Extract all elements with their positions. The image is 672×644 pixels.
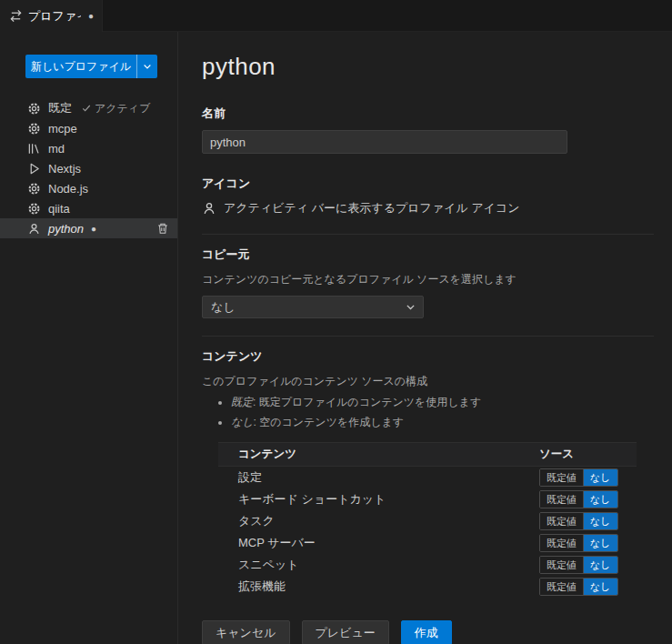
account-icon xyxy=(27,222,41,236)
gear-icon xyxy=(27,122,41,136)
bullet-item: 既定: 既定プロファイルのコンテンツを使用します xyxy=(231,395,654,410)
tab-profiles[interactable]: プロファイル ● xyxy=(0,0,103,32)
source-toggle: 既定値 なし xyxy=(539,578,618,596)
new-profile-dropdown-button[interactable] xyxy=(136,55,157,78)
preview-button[interactable]: プレビュー xyxy=(302,620,389,644)
table-row-keybindings: キーボード ショートカット 既定値 なし xyxy=(218,488,637,510)
section-divider xyxy=(202,336,654,337)
bullet-term: 既定 xyxy=(231,396,253,408)
icon-hint-text: アクティビティ バーに表示するプロファイル アイコン xyxy=(224,200,520,216)
source-cell: 既定値 なし xyxy=(539,468,637,487)
contents-table: コンテンツ ソース 設定 既定値 なし キーボード ショートカット xyxy=(218,442,637,598)
chevron-down-icon xyxy=(405,301,416,313)
profiles-sidebar: 新しいプロファイル 既定 アクティブ mcpe xyxy=(0,32,178,644)
account-icon xyxy=(202,201,216,216)
profile-item-qiita[interactable]: qiita xyxy=(0,198,177,218)
gear-icon xyxy=(27,102,41,116)
contents-heading: コンテンツ xyxy=(202,348,654,365)
source-toggle: 既定値 なし xyxy=(539,556,618,574)
cancel-button[interactable]: キャンセル xyxy=(202,620,290,644)
profile-icon-picker[interactable]: アクティビティ バーに表示するプロファイル アイコン xyxy=(202,200,654,216)
profile-item-md[interactable]: md xyxy=(0,138,177,158)
profile-name: 既定 xyxy=(48,100,72,116)
source-cell: 既定値 なし xyxy=(539,512,637,530)
copy-from-description: コンテンツのコピー元となるプロファイル ソースを選択します xyxy=(202,272,654,287)
dirty-indicator[interactable]: ● xyxy=(88,11,94,21)
source-option-default[interactable]: 既定値 xyxy=(540,491,583,508)
table-row-settings: 設定 既定値 なし xyxy=(218,467,637,488)
bullet-text: : 既定プロファイルのコンテンツを使用します xyxy=(253,396,481,408)
copy-from-selected-value: なし xyxy=(211,299,236,316)
section-divider xyxy=(202,234,654,235)
source-column-header: ソース xyxy=(539,447,637,462)
profile-item-mcpe[interactable]: mcpe xyxy=(0,118,177,138)
profile-item-python[interactable]: python ● xyxy=(0,218,177,238)
table-row-tasks: タスク 既定値 なし xyxy=(218,510,637,532)
source-option-none[interactable]: なし xyxy=(583,557,617,573)
trash-icon xyxy=(156,222,169,235)
table-row-mcp-servers: MCP サーバー 既定値 なし xyxy=(218,532,637,554)
profile-item-nextjs[interactable]: Nextjs xyxy=(0,158,177,178)
source-toggle: 既定値 なし xyxy=(539,534,618,552)
name-label: 名前 xyxy=(202,106,654,122)
source-option-default[interactable]: 既定値 xyxy=(540,469,583,486)
library-icon xyxy=(27,142,41,156)
run-icon xyxy=(27,162,41,176)
active-badge-label: アクティブ xyxy=(95,101,150,116)
source-toggle: 既定値 なし xyxy=(539,490,618,508)
profile-name-input[interactable] xyxy=(202,130,567,154)
create-button[interactable]: 作成 xyxy=(401,620,452,644)
profile-editor: python 名前 アイコン アクティビティ バーに表示するプロファイル アイコ… xyxy=(178,32,672,644)
source-option-default[interactable]: 既定値 xyxy=(540,557,583,573)
profiles-icon xyxy=(9,9,23,23)
profile-name: Nextjs xyxy=(48,162,81,176)
chevron-down-icon xyxy=(142,61,153,72)
copy-from-select[interactable]: なし xyxy=(202,296,424,318)
source-option-default[interactable]: 既定値 xyxy=(540,513,583,529)
content-row-label: MCP サーバー xyxy=(218,535,539,551)
editor-footer: キャンセル プレビュー 作成 xyxy=(202,620,654,644)
contents-bullet-list: 既定: 既定プロファイルのコンテンツを使用します なし: 空のコンテンツを作成し… xyxy=(202,395,654,430)
profile-name: md xyxy=(48,142,65,156)
content-row-label: 設定 xyxy=(218,469,539,486)
table-row-extensions: 拡張機能 既定値 なし xyxy=(218,576,637,598)
source-cell: 既定値 なし xyxy=(539,534,637,552)
new-profile-button[interactable]: 新しいプロファイル xyxy=(25,55,136,78)
source-option-none[interactable]: なし xyxy=(583,579,617,595)
table-row-snippets: スニペット 既定値 なし xyxy=(218,554,637,576)
profiles-editor-body: 新しいプロファイル 既定 アクティブ mcpe xyxy=(0,32,672,644)
source-cell: 既定値 なし xyxy=(539,556,637,574)
gear-icon xyxy=(27,202,41,216)
source-option-none[interactable]: なし xyxy=(583,469,617,486)
content-row-label: 拡張機能 xyxy=(218,579,539,595)
profile-item-nodejs[interactable]: Node.js xyxy=(0,178,177,198)
content-row-label: スニペット xyxy=(218,557,539,573)
source-option-none[interactable]: なし xyxy=(583,535,617,551)
profile-item-default[interactable]: 既定 アクティブ xyxy=(0,98,177,118)
profile-name: python xyxy=(48,222,84,236)
source-cell: 既定値 なし xyxy=(539,578,637,596)
new-profile-split-button: 新しいプロファイル xyxy=(25,55,157,78)
bullet-term: なし xyxy=(231,416,254,428)
tab-label: プロファイル xyxy=(28,8,81,25)
source-cell: 既定値 なし xyxy=(539,490,637,508)
profile-dirty-indicator: ● xyxy=(91,224,96,234)
source-option-none[interactable]: なし xyxy=(583,491,617,508)
table-header-row: コンテンツ ソース xyxy=(218,442,637,467)
profile-name: Node.js xyxy=(48,182,88,196)
source-toggle: 既定値 なし xyxy=(539,512,618,530)
profile-name: mcpe xyxy=(48,122,77,136)
bullet-text: : 空のコンテンツを作成します xyxy=(254,416,404,428)
source-option-default[interactable]: 既定値 xyxy=(540,579,583,595)
editor-tab-bar: プロファイル ● xyxy=(0,0,672,32)
source-toggle: 既定値 なし xyxy=(539,468,618,487)
contents-description: このプロファイルのコンテンツ ソースの構成 xyxy=(202,374,654,389)
gear-icon xyxy=(27,182,41,196)
vscode-window: プロファイル ● 新しいプロファイル 既定 アクティブ xyxy=(0,0,672,644)
delete-profile-button[interactable] xyxy=(155,221,170,236)
source-option-default[interactable]: 既定値 xyxy=(540,535,583,551)
check-icon xyxy=(81,103,92,114)
profile-title: python xyxy=(202,52,654,81)
source-option-none[interactable]: なし xyxy=(583,513,617,529)
bullet-item: なし: 空のコンテンツを作成します xyxy=(231,415,654,430)
